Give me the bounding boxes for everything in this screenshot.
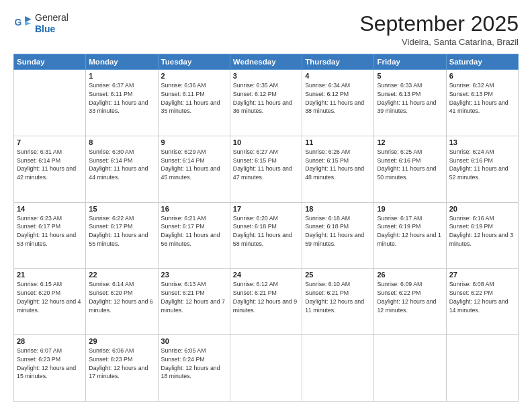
col-friday: Friday <box>374 54 446 70</box>
calendar-cell: 18Sunrise: 6:18 AM Sunset: 6:18 PM Dayli… <box>302 202 374 269</box>
day-number: 10 <box>233 138 299 146</box>
day-number: 29 <box>89 337 154 345</box>
day-number: 21 <box>17 271 83 279</box>
calendar-cell: 17Sunrise: 6:20 AM Sunset: 6:18 PM Dayli… <box>230 202 302 269</box>
calendar-cell <box>302 335 374 402</box>
calendar-week-row: 28Sunrise: 6:07 AM Sunset: 6:23 PM Dayli… <box>14 335 519 402</box>
calendar-cell: 10Sunrise: 6:27 AM Sunset: 6:15 PM Dayli… <box>230 136 302 202</box>
day-number: 30 <box>161 337 227 345</box>
day-info: Sunrise: 6:33 AM Sunset: 6:13 PM Dayligh… <box>377 81 443 116</box>
calendar-table: Sunday Monday Tuesday Wednesday Thursday… <box>13 54 519 402</box>
logo: G General Blue <box>13 12 69 35</box>
day-number: 2 <box>161 72 227 80</box>
col-wednesday: Wednesday <box>230 54 302 70</box>
col-sunday: Sunday <box>14 54 86 70</box>
col-tuesday: Tuesday <box>158 54 230 70</box>
calendar-cell: 13Sunrise: 6:24 AM Sunset: 6:16 PM Dayli… <box>446 136 518 202</box>
day-info: Sunrise: 6:07 AM Sunset: 6:23 PM Dayligh… <box>17 347 83 381</box>
day-number: 16 <box>161 205 227 213</box>
day-number: 1 <box>89 72 154 80</box>
day-number: 7 <box>17 138 83 146</box>
day-info: Sunrise: 6:24 AM Sunset: 6:16 PM Dayligh… <box>449 148 515 182</box>
day-info: Sunrise: 6:21 AM Sunset: 6:17 PM Dayligh… <box>161 214 227 248</box>
day-info: Sunrise: 6:12 AM Sunset: 6:21 PM Dayligh… <box>233 280 299 314</box>
svg-text:G: G <box>15 17 22 28</box>
day-info: Sunrise: 6:37 AM Sunset: 6:11 PM Dayligh… <box>89 81 154 116</box>
calendar-week-row: 14Sunrise: 6:23 AM Sunset: 6:17 PM Dayli… <box>14 202 519 269</box>
day-info: Sunrise: 6:25 AM Sunset: 6:16 PM Dayligh… <box>377 148 443 182</box>
calendar-cell: 7Sunrise: 6:31 AM Sunset: 6:14 PM Daylig… <box>14 136 86 202</box>
calendar-cell: 21Sunrise: 6:15 AM Sunset: 6:20 PM Dayli… <box>14 269 86 335</box>
calendar-cell: 2Sunrise: 6:36 AM Sunset: 6:11 PM Daylig… <box>158 70 230 136</box>
calendar-cell: 27Sunrise: 6:08 AM Sunset: 6:22 PM Dayli… <box>446 269 518 335</box>
calendar-cell: 3Sunrise: 6:35 AM Sunset: 6:12 PM Daylig… <box>230 70 302 136</box>
day-info: Sunrise: 6:36 AM Sunset: 6:11 PM Dayligh… <box>161 81 227 116</box>
header: G General Blue September 2025 Videira, S… <box>13 12 519 47</box>
day-number: 15 <box>89 205 154 213</box>
day-number: 12 <box>377 138 443 146</box>
day-number: 20 <box>449 205 515 213</box>
calendar-cell: 19Sunrise: 6:17 AM Sunset: 6:19 PM Dayli… <box>374 202 446 269</box>
month-title: September 2025 <box>359 12 519 36</box>
day-info: Sunrise: 6:23 AM Sunset: 6:17 PM Dayligh… <box>17 214 83 248</box>
col-saturday: Saturday <box>446 54 518 70</box>
day-info: Sunrise: 6:31 AM Sunset: 6:14 PM Dayligh… <box>17 148 83 182</box>
day-info: Sunrise: 6:15 AM Sunset: 6:20 PM Dayligh… <box>17 280 83 314</box>
day-number: 23 <box>161 271 227 279</box>
day-info: Sunrise: 6:05 AM Sunset: 6:24 PM Dayligh… <box>161 347 227 381</box>
day-info: Sunrise: 6:20 AM Sunset: 6:18 PM Dayligh… <box>233 214 299 248</box>
day-info: Sunrise: 6:35 AM Sunset: 6:12 PM Dayligh… <box>233 81 299 116</box>
logo-text: General Blue <box>35 12 69 35</box>
calendar-week-row: 7Sunrise: 6:31 AM Sunset: 6:14 PM Daylig… <box>14 136 519 202</box>
day-number: 11 <box>305 138 371 146</box>
calendar-cell: 22Sunrise: 6:14 AM Sunset: 6:20 PM Dayli… <box>86 269 158 335</box>
day-info: Sunrise: 6:27 AM Sunset: 6:15 PM Dayligh… <box>233 148 299 182</box>
calendar-cell: 9Sunrise: 6:29 AM Sunset: 6:14 PM Daylig… <box>158 136 230 202</box>
day-info: Sunrise: 6:17 AM Sunset: 6:19 PM Dayligh… <box>377 214 443 248</box>
calendar-cell: 29Sunrise: 6:06 AM Sunset: 6:23 PM Dayli… <box>86 335 158 402</box>
day-number: 14 <box>17 205 83 213</box>
calendar-header-row: Sunday Monday Tuesday Wednesday Thursday… <box>14 54 519 70</box>
calendar-cell: 1Sunrise: 6:37 AM Sunset: 6:11 PM Daylig… <box>86 70 158 136</box>
calendar-cell: 23Sunrise: 6:13 AM Sunset: 6:21 PM Dayli… <box>158 269 230 335</box>
day-number: 26 <box>377 271 443 279</box>
page: G General Blue September 2025 Videira, S… <box>0 0 532 411</box>
day-number: 17 <box>233 205 299 213</box>
day-number: 27 <box>449 271 515 279</box>
day-number: 25 <box>305 271 371 279</box>
day-info: Sunrise: 6:18 AM Sunset: 6:18 PM Dayligh… <box>305 214 371 248</box>
day-number: 28 <box>17 337 83 345</box>
day-info: Sunrise: 6:06 AM Sunset: 6:23 PM Dayligh… <box>89 347 154 381</box>
calendar-cell: 11Sunrise: 6:26 AM Sunset: 6:15 PM Dayli… <box>302 136 374 202</box>
day-number: 9 <box>161 138 227 146</box>
day-number: 8 <box>89 138 154 146</box>
calendar-cell: 12Sunrise: 6:25 AM Sunset: 6:16 PM Dayli… <box>374 136 446 202</box>
calendar-cell <box>374 335 446 402</box>
day-info: Sunrise: 6:29 AM Sunset: 6:14 PM Dayligh… <box>161 148 227 182</box>
day-number: 24 <box>233 271 299 279</box>
col-thursday: Thursday <box>302 54 374 70</box>
calendar-cell: 20Sunrise: 6:16 AM Sunset: 6:19 PM Dayli… <box>446 202 518 269</box>
logo-blue: Blue <box>35 24 69 35</box>
day-info: Sunrise: 6:34 AM Sunset: 6:12 PM Dayligh… <box>305 81 371 116</box>
location: Videira, Santa Catarina, Brazil <box>359 37 519 47</box>
logo-general: General <box>35 12 69 24</box>
calendar-cell: 25Sunrise: 6:10 AM Sunset: 6:21 PM Dayli… <box>302 269 374 335</box>
day-info: Sunrise: 6:10 AM Sunset: 6:21 PM Dayligh… <box>305 280 371 314</box>
day-info: Sunrise: 6:30 AM Sunset: 6:14 PM Dayligh… <box>89 148 154 182</box>
calendar-cell: 8Sunrise: 6:30 AM Sunset: 6:14 PM Daylig… <box>86 136 158 202</box>
calendar-cell: 14Sunrise: 6:23 AM Sunset: 6:17 PM Dayli… <box>14 202 86 269</box>
calendar-week-row: 21Sunrise: 6:15 AM Sunset: 6:20 PM Dayli… <box>14 269 519 335</box>
calendar-cell <box>14 70 86 136</box>
day-info: Sunrise: 6:32 AM Sunset: 6:13 PM Dayligh… <box>449 81 515 116</box>
calendar-cell: 28Sunrise: 6:07 AM Sunset: 6:23 PM Dayli… <box>14 335 86 402</box>
title-block: September 2025 Videira, Santa Catarina, … <box>359 12 519 47</box>
calendar-cell <box>230 335 302 402</box>
day-info: Sunrise: 6:09 AM Sunset: 6:22 PM Dayligh… <box>377 280 443 314</box>
calendar-cell: 16Sunrise: 6:21 AM Sunset: 6:17 PM Dayli… <box>158 202 230 269</box>
day-number: 3 <box>233 72 299 80</box>
calendar-cell: 6Sunrise: 6:32 AM Sunset: 6:13 PM Daylig… <box>446 70 518 136</box>
day-number: 6 <box>449 72 515 80</box>
day-number: 5 <box>377 72 443 80</box>
day-info: Sunrise: 6:26 AM Sunset: 6:15 PM Dayligh… <box>305 148 371 182</box>
